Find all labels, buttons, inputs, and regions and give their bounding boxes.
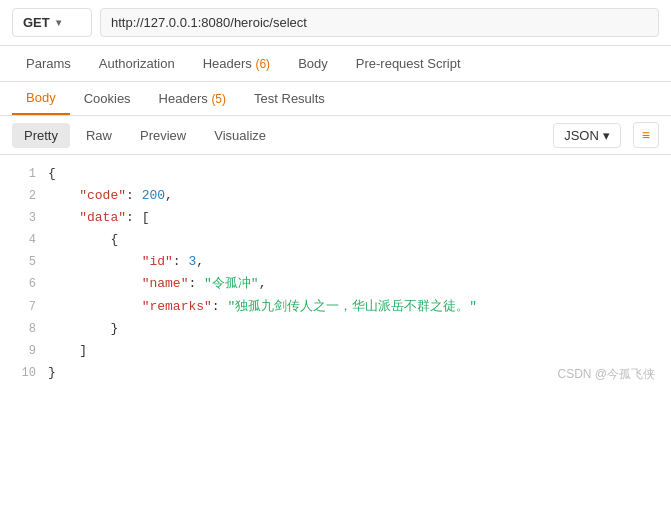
top-bar: GET ▾ — [0, 0, 671, 46]
tab-body[interactable]: Body — [284, 46, 342, 81]
tab-visualize[interactable]: Visualize — [202, 123, 278, 148]
method-label: GET — [23, 15, 50, 30]
tab-req-headers[interactable]: Headers (6) — [189, 46, 284, 81]
request-tabs: Params Authorization Headers (6) Body Pr… — [0, 46, 671, 82]
json-line-7: 7 "remarks": "独孤九剑传人之一，华山派岳不群之徒。" — [0, 296, 671, 318]
tab-authorization[interactable]: Authorization — [85, 46, 189, 81]
method-select[interactable]: GET ▾ — [12, 8, 92, 37]
tab-prerequest[interactable]: Pre-request Script — [342, 46, 475, 81]
json-line-2: 2 "code": 200, — [0, 185, 671, 207]
tab-raw[interactable]: Raw — [74, 123, 124, 148]
json-line-4: 4 { — [0, 229, 671, 251]
format-select[interactable]: JSON ▾ — [553, 123, 621, 148]
json-line-1: 1 { — [0, 163, 671, 185]
json-line-9: 9 ] — [0, 340, 671, 362]
tab-params[interactable]: Params — [12, 46, 85, 81]
format-label: JSON — [564, 128, 599, 143]
tab-res-body[interactable]: Body — [12, 82, 70, 115]
sub-tabs: Pretty Raw Preview Visualize JSON ▾ ≡ — [0, 116, 671, 155]
json-line-8: 8 } — [0, 318, 671, 340]
format-chevron-icon: ▾ — [603, 128, 610, 143]
response-tabs: Body Cookies Headers (5) Test Results — [0, 82, 671, 116]
watermark: CSDN @今孤飞侠 — [557, 364, 655, 384]
tab-test-results[interactable]: Test Results — [240, 83, 339, 114]
tab-pretty[interactable]: Pretty — [12, 123, 70, 148]
chevron-down-icon: ▾ — [56, 17, 61, 28]
wrap-button[interactable]: ≡ — [633, 122, 659, 148]
json-line-3: 3 "data": [ — [0, 207, 671, 229]
json-line-6: 6 "name": "令孤冲", — [0, 273, 671, 295]
json-body-wrapper: 1 { 2 "code": 200, 3 "data": [ 4 { — [0, 155, 671, 489]
json-body: 1 { 2 "code": 200, 3 "data": [ 4 { — [0, 155, 671, 392]
tab-cookies[interactable]: Cookies — [70, 83, 145, 114]
tab-preview[interactable]: Preview — [128, 123, 198, 148]
tab-res-headers[interactable]: Headers (5) — [145, 83, 240, 114]
url-input[interactable] — [100, 8, 659, 37]
json-line-5: 5 "id": 3, — [0, 251, 671, 273]
